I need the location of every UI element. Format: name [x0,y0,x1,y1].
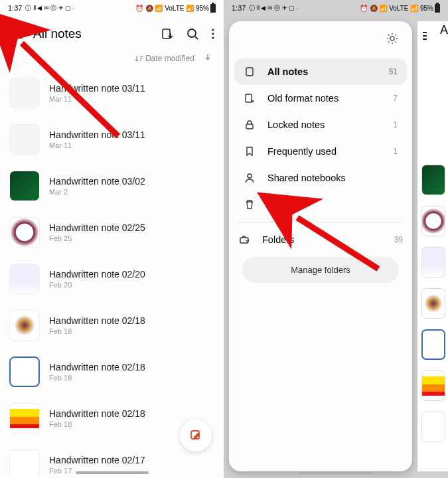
battery-icon-r [435,4,440,13]
page-title: All notes [33,27,151,41]
note-item[interactable]: Handwritten note 02/18 Feb 18 [9,302,214,349]
note-item[interactable]: Handwritten note 02/18 Feb 18 [9,349,214,395]
sort-row: Date modified [0,52,224,70]
hamburger-icon[interactable] [423,32,427,40]
note-title: Handwritten note 03/11 [49,83,145,94]
note-title: Handwritten note 02/18 [49,315,145,326]
search-icon[interactable] [187,28,198,40]
behind-note-thumbnail [421,329,445,360]
folder-tree-icon [238,234,250,245]
status-right: ⏰ 🔕 📶 VoLTE 📶 95% [135,4,216,13]
nav-handle[interactable] [76,471,149,474]
drawer-item-trash[interactable]: Trash [234,191,407,218]
old-icon [244,93,256,104]
drawer-item-count: 1 [393,120,398,129]
drawer-item-locked-notes[interactable]: Locked notes 1 [234,112,407,138]
note-thumbnail [9,78,40,108]
note-title: Handwritten note 02/18 [49,362,145,372]
status-system-icons: ⏰ 🔕 📶 VoLTE 📶 95% [135,5,209,12]
drawer-item-frequently-used[interactable]: Frequently used 1 [234,138,407,165]
behind-note-thumbnail [421,288,445,319]
drawer-item-label: Frequently used [267,146,381,157]
pdf-import-icon[interactable] [161,28,173,40]
status-bar-right: 1:37ⓘ Ⅱ ◀ ✉ ⓞ ✈ ▢ · ⏰ 🔕 📶 VoLTE 📶 95% [224,0,448,16]
note-item[interactable]: Handwritten note 03/02 Mar 2 [9,163,214,209]
note-title: Handwritten note 02/17 [49,455,145,465]
drawer-folders-item[interactable]: Folders 39 [229,226,412,253]
status-system-icons-r: ⏰ 🔕 📶 VoLTE 📶 95% [360,5,433,12]
note-date: Feb 20 [49,281,145,289]
more-icon[interactable] [212,28,214,40]
status-left: 1:37 ⓘ Ⅱ ◀ ✉ ⓞ ✈ ▢ · [8,4,74,13]
note-info: Handwritten note 02/18 Feb 18 [49,315,145,335]
note-info: Handwritten note 03/11 Mar 11 [49,83,145,103]
person-icon [244,173,256,183]
drawer-list: All notes 51 Old format notes 7 Locked n… [229,58,412,218]
svg-rect-11 [240,238,248,243]
folders-count: 39 [394,235,403,244]
behind-note-thumbnail [421,412,445,442]
note-thumbnail [9,449,40,478]
app-actions [161,28,214,40]
note-date: Feb 18 [49,374,145,382]
note-title: Handwritten note 02/20 [49,269,145,279]
hamburger-menu-button[interactable] [9,29,23,39]
lock-icon [244,120,256,130]
drawer-item-all-notes[interactable]: All notes 51 [234,58,407,85]
status-time: 1:37 [8,4,22,12]
drawer-item-label: All notes [267,66,377,77]
drawer-item-shared-notebooks[interactable]: Shared notebooks [234,165,407,191]
svg-rect-9 [246,124,253,129]
nav-handle-r[interactable] [299,471,372,474]
battery-icon [210,4,216,13]
status-time-r: 1:37 [232,4,246,12]
note-thumbnail [9,264,40,294]
sort-button[interactable]: Date modified [135,54,194,63]
svg-rect-8 [246,94,252,102]
bookmark-icon [244,146,256,157]
note-info: Handwritten note 02/25 Feb 25 [49,222,145,242]
sort-label: Date modified [145,54,194,63]
note-thumbnail [9,171,40,201]
note-date: Feb 25 [49,234,145,242]
note-item[interactable]: Handwritten note 02/25 Feb 25 [9,209,214,256]
trash-icon [244,199,256,210]
drawer-item-count: 51 [389,67,398,76]
settings-icon[interactable] [386,32,399,48]
note-info: Handwritten note 02/20 Feb 20 [49,269,145,289]
notes-list: Handwritten note 03/11 Mar 11 Handwritte… [0,70,224,478]
note-title: Handwritten note 03/02 [49,176,145,187]
status-bar: 1:37 ⓘ Ⅱ ◀ ✉ ⓞ ✈ ▢ · ⏰ 🔕 📶 VoLTE 📶 95% [0,0,224,16]
note-item[interactable]: Handwritten note 03/11 Mar 11 [9,70,214,116]
note-date: Mar 11 [49,141,145,149]
behind-note-thumbnail [421,370,445,401]
svg-point-6 [390,37,394,40]
manage-folders-label: Manage folders [291,265,350,275]
drawer-item-label: Shared notebooks [267,173,386,183]
svg-point-2 [212,29,214,31]
drawer-item-label: Locked notes [267,120,381,130]
drawer-divider [238,222,403,222]
folders-label: Folders [262,234,382,245]
sort-direction-icon[interactable] [204,53,212,63]
note-info: Handwritten note 02/18 Feb 18 [49,408,145,428]
manage-folders-button[interactable]: Manage folders [242,257,399,283]
note-thumbnail [9,357,40,387]
note-item[interactable]: Handwritten note 03/11 Mar 11 [9,116,214,163]
note-date: Mar 11 [49,95,145,103]
behind-note-thumbnail [421,165,445,195]
new-note-fab[interactable] [180,420,212,451]
note-title: Handwritten note 02/25 [49,222,145,233]
note-date: Feb 18 [49,327,145,335]
note-date: Mar 2 [49,188,145,196]
svg-rect-0 [163,29,170,39]
svg-point-3 [212,33,214,35]
phone-left: 1:37 ⓘ Ⅱ ◀ ✉ ⓞ ✈ ▢ · ⏰ 🔕 📶 VoLTE 📶 95% A… [0,0,224,478]
drawer-item-count: 1 [393,147,398,156]
note-item[interactable]: Handwritten note 02/20 Feb 20 [9,256,214,302]
note-thumbnail [9,310,40,341]
svg-rect-7 [246,68,253,76]
note-info: Handwritten note 03/02 Mar 2 [49,176,145,196]
note-info: Handwritten note 02/18 Feb 18 [49,362,145,382]
drawer-item-old-format-notes[interactable]: Old format notes 7 [234,85,407,112]
